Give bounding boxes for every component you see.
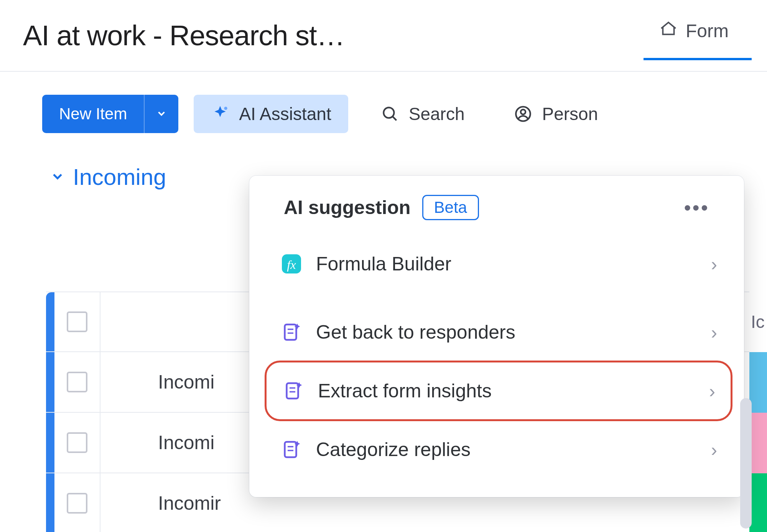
menu-item-extract-form-insights[interactable]: Extract form insights ›	[265, 361, 732, 421]
chevron-right-icon: ›	[711, 439, 717, 460]
beta-badge: Beta	[422, 195, 479, 220]
status-cell[interactable]	[749, 413, 767, 473]
menu-item-label: Extract form insights	[318, 380, 492, 402]
row-select-cell[interactable]	[54, 413, 100, 473]
menu-item-get-back-to-responders[interactable]: Get back to responders ›	[265, 304, 732, 361]
popover-title: AI suggestion	[284, 196, 411, 219]
checkbox[interactable]	[67, 432, 87, 453]
svg-rect-6	[285, 324, 296, 340]
search-button[interactable]: Search	[364, 95, 482, 133]
formula-icon: fx	[280, 252, 303, 275]
board-title[interactable]: AI at work - Research st…	[23, 19, 644, 52]
row-select-cell[interactable]	[54, 352, 100, 412]
more-options-button[interactable]: •••	[684, 196, 717, 219]
doc-sparkle-icon	[280, 321, 303, 344]
status-header-fragment: Ic	[749, 292, 767, 352]
person-filter-button[interactable]: Person	[497, 95, 615, 133]
checkbox[interactable]	[67, 372, 87, 392]
group-color-bar	[46, 292, 54, 351]
row-select-cell[interactable]	[54, 473, 100, 532]
chevron-right-icon: ›	[711, 322, 717, 343]
svg-point-0	[224, 107, 227, 110]
toolbar: New Item AI Assistant Search Person	[0, 72, 767, 156]
menu-item-label: Categorize replies	[316, 438, 471, 461]
group-name[interactable]: Incoming	[73, 164, 166, 190]
group-color-bar	[46, 473, 54, 532]
select-all-cell[interactable]	[54, 292, 100, 351]
chevron-down-icon	[50, 169, 65, 186]
tab-form[interactable]: Form	[644, 12, 744, 59]
search-label: Search	[409, 104, 465, 124]
divider	[265, 292, 732, 304]
menu-item-label: Get back to responders	[316, 321, 515, 343]
search-icon	[380, 104, 400, 124]
svg-rect-7	[287, 383, 298, 399]
new-item-dropdown[interactable]	[145, 95, 178, 133]
svg-rect-8	[285, 442, 296, 457]
person-label: Person	[542, 104, 598, 124]
tab-underline	[644, 58, 752, 60]
chevron-right-icon: ›	[709, 380, 715, 402]
status-cell[interactable]	[749, 473, 767, 532]
menu-item-categorize-replies[interactable]: Categorize replies ›	[265, 421, 732, 478]
checkbox[interactable]	[67, 493, 87, 514]
new-item-button[interactable]: New Item	[42, 95, 178, 133]
ai-suggestion-popover: AI suggestion Beta ••• fx Formula Builde…	[249, 176, 744, 497]
board-header: AI at work - Research st… Form	[0, 0, 767, 72]
status-column-peek: Ic	[749, 292, 767, 532]
chevron-down-icon	[156, 105, 167, 123]
menu-item-formula-builder[interactable]: fx Formula Builder ›	[265, 236, 732, 292]
tab-form-label: Form	[686, 20, 729, 41]
ai-assistant-button[interactable]: AI Assistant	[194, 95, 348, 133]
chevron-right-icon: ›	[711, 254, 717, 275]
svg-point-3	[521, 110, 526, 115]
checkbox[interactable]	[67, 311, 87, 332]
new-item-label[interactable]: New Item	[42, 95, 145, 133]
doc-sparkle-icon	[282, 379, 305, 402]
popover-scrollbar[interactable]	[740, 398, 752, 529]
person-icon	[514, 104, 533, 124]
group-color-bar	[46, 413, 54, 473]
popover-header: AI suggestion Beta •••	[265, 195, 732, 236]
svg-text:fx: fx	[287, 258, 296, 272]
menu-item-label: Formula Builder	[316, 253, 451, 275]
home-icon	[659, 19, 678, 43]
group-color-bar	[46, 352, 54, 412]
sparkle-icon	[211, 104, 230, 124]
doc-sparkle-icon	[280, 438, 303, 461]
ai-assistant-label: AI Assistant	[239, 104, 331, 124]
status-cell[interactable]	[749, 352, 767, 413]
